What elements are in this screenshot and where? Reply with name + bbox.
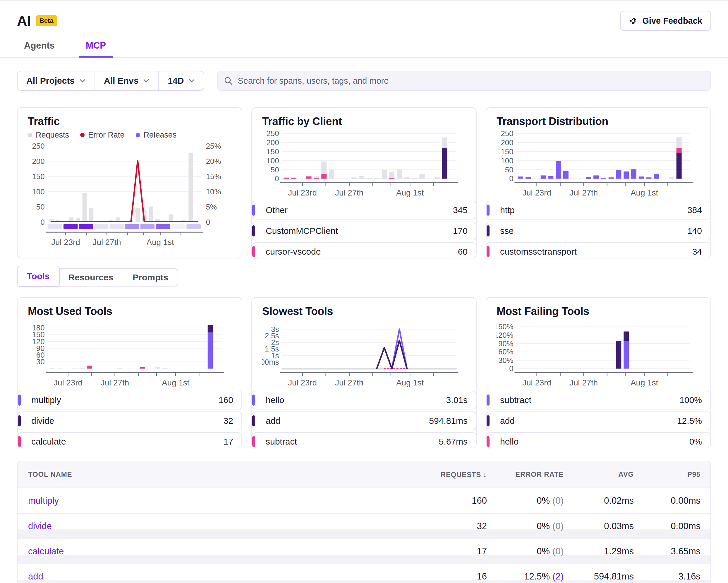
svg-text:150%: 150% — [497, 323, 514, 331]
legend-row-customssetransport[interactable]: customssetransport34 — [486, 242, 711, 258]
legend-row-calculate[interactable]: calculate17 — [17, 432, 242, 448]
column-header-p95[interactable]: P95 — [635, 470, 710, 479]
legend-row-CustomMCPClient[interactable]: CustomMCPClient170 — [252, 222, 476, 240]
error-count[interactable]: (2) — [552, 571, 564, 582]
legend-row-multiply[interactable]: multiply160 — [17, 391, 242, 409]
table-row-add[interactable]: add1612.5%(2)594.81ms3.16s — [18, 564, 710, 583]
date-range-dropdown[interactable]: 14D — [159, 71, 204, 90]
svg-text:Aug 1st: Aug 1st — [396, 378, 424, 387]
series-value: 140 — [687, 226, 702, 236]
tool-name-link[interactable]: multiply — [18, 496, 416, 506]
legend-row-add[interactable]: add594.81ms — [252, 411, 476, 430]
requests-value: 17 — [416, 546, 489, 557]
legend-row-subtract[interactable]: subtract5.67ms — [252, 432, 476, 448]
svg-text:Jul 27th: Jul 27th — [101, 378, 129, 387]
svg-text:0: 0 — [206, 218, 210, 226]
svg-text:Jul 23rd: Jul 23rd — [522, 188, 551, 197]
svg-text:Jul 23rd: Jul 23rd — [54, 378, 82, 387]
legend-row-sse[interactable]: sse140 — [486, 222, 711, 240]
transport-distribution-legend: http384sse140customssetransport34 — [486, 201, 711, 258]
series-color-pill — [487, 395, 490, 406]
table-row-calculate[interactable]: calculate170%(0)1.29ms3.65ms — [18, 538, 710, 564]
column-header-avg[interactable]: AVG — [565, 470, 635, 479]
slowest-tools-title: Slowest Tools — [262, 305, 466, 318]
svg-text:Jul 23rd: Jul 23rd — [51, 238, 80, 247]
requests-value: 16 — [416, 571, 489, 582]
legend-row-hello[interactable]: hello3.01s — [252, 391, 476, 409]
column-header-requests[interactable]: REQUESTS↓ — [416, 470, 489, 479]
series-color-pill — [252, 436, 255, 447]
legend-row-http[interactable]: http384 — [486, 201, 711, 220]
error-count: (0) — [552, 546, 564, 557]
search-container — [217, 71, 711, 91]
app-logo: AI — [17, 13, 30, 29]
svg-text:10%: 10% — [206, 187, 221, 196]
legend-dot — [28, 133, 32, 137]
svg-text:180: 180 — [32, 324, 45, 332]
tool-name-link[interactable]: add — [18, 571, 416, 582]
series-value: 5.67ms — [439, 437, 468, 447]
legend-row-subtract[interactable]: subtract100% — [486, 391, 711, 409]
avg-value: 0.02ms — [565, 496, 635, 506]
svg-text:50: 50 — [505, 166, 514, 174]
error-count: (0) — [552, 521, 564, 532]
svg-text:15%: 15% — [206, 172, 221, 181]
most-failing-tools-card: Most Failing Tools 030%60%90%120%150%Jul… — [486, 297, 711, 448]
filter-bar: All Projects All Envs 14D — [17, 71, 711, 91]
most-used-tools-title: Most Used Tools — [28, 305, 231, 318]
slowest-tools-legend: hello3.01sadd594.81mssubtract5.67ms — [252, 391, 476, 448]
tool-name-link[interactable]: divide — [18, 521, 416, 532]
give-feedback-label: Give Feedback — [642, 16, 702, 26]
projects-filter-dropdown[interactable]: All Projects — [18, 71, 95, 90]
avg-value: 0.03ms — [565, 521, 635, 532]
legend-row-Other[interactable]: Other345 — [252, 201, 476, 220]
tools-table-header: TOOL NAME REQUESTS↓ ERROR RATE AVG P95 — [18, 461, 710, 488]
legend-dot — [80, 133, 84, 137]
series-color-pill — [252, 395, 255, 406]
svg-text:0: 0 — [509, 174, 513, 183]
chevron-down-icon — [188, 79, 195, 83]
svg-text:3s: 3s — [271, 325, 279, 333]
series-value: 12.5% — [677, 416, 702, 426]
column-header-error-rate[interactable]: ERROR RATE — [489, 470, 565, 479]
tab-tools[interactable]: Tools — [17, 266, 60, 287]
charts-row-1: Traffic RequestsError RateReleases 05010… — [17, 107, 711, 258]
series-color-pill — [252, 225, 255, 236]
traffic-title: Traffic — [28, 115, 231, 128]
legend-item-requests[interactable]: Requests — [28, 130, 69, 140]
legend-row-add[interactable]: add12.5% — [486, 411, 711, 430]
series-value: 594.81ms — [429, 416, 468, 426]
give-feedback-button[interactable]: Give Feedback — [620, 11, 711, 31]
legend-item-releases[interactable]: Releases — [136, 130, 177, 140]
svg-text:150: 150 — [32, 172, 45, 181]
search-icon — [224, 76, 233, 85]
tab-agents[interactable]: Agents — [17, 39, 62, 58]
search-input[interactable] — [217, 71, 711, 91]
envs-filter-dropdown[interactable]: All Envs — [95, 71, 159, 90]
legend-label: Requests — [36, 130, 69, 140]
svg-text:90%: 90% — [498, 339, 514, 348]
column-header-tool-name[interactable]: TOOL NAME — [18, 470, 416, 479]
legend-row-divide[interactable]: divide32 — [17, 411, 242, 430]
tool-name-link[interactable]: calculate — [18, 546, 416, 557]
svg-text:Jul 27th: Jul 27th — [335, 188, 363, 197]
table-row-multiply[interactable]: multiply1600%(0)0.02ms0.00ms — [18, 488, 710, 513]
tab-mcp[interactable]: MCP — [79, 39, 113, 58]
p95-value: 3.65ms — [635, 546, 710, 557]
traffic-by-client-chart: 050100150200250Jul 23rdJul 27thAug 1st — [262, 130, 466, 197]
legend-row-hello[interactable]: hello0% — [486, 432, 711, 448]
most-used-tools-chart: 306090120150180Jul 23rdJul 27thAug 1st — [28, 320, 231, 387]
svg-text:Jul 23rd: Jul 23rd — [522, 378, 551, 387]
requests-value: 32 — [416, 521, 489, 532]
brand: AI Beta — [17, 13, 57, 29]
series-color-pill — [487, 436, 490, 447]
legend-item-error-rate[interactable]: Error Rate — [80, 130, 125, 140]
tab-prompts[interactable]: Prompts — [123, 269, 178, 286]
tab-resources[interactable]: Resources — [59, 269, 123, 286]
table-row-divide[interactable]: divide320%(0)0.03ms0.00ms — [18, 513, 710, 538]
series-value: 345 — [453, 205, 468, 215]
legend-row-cursor-vscode[interactable]: cursor-vscode60 — [252, 242, 476, 258]
svg-text:200: 200 — [266, 138, 279, 147]
most-failing-tools-chart: 030%60%90%120%150%Jul 23rdJul 27thAug 1s… — [497, 320, 700, 387]
svg-text:50: 50 — [36, 203, 45, 211]
